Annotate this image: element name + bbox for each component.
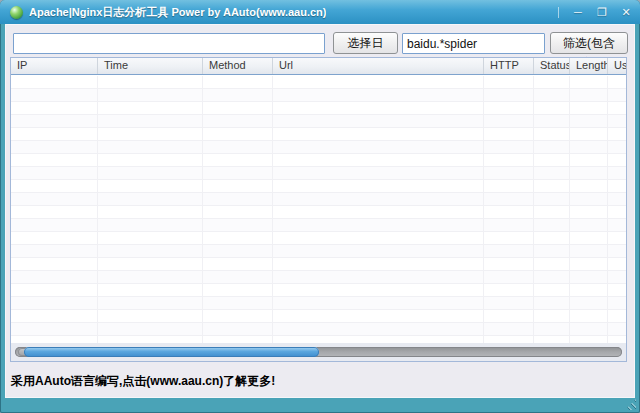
resize-grip-icon[interactable] [625, 399, 636, 410]
column-header-user[interactable]: User [608, 58, 626, 74]
column-header-status[interactable]: Status [534, 58, 570, 74]
close-icon[interactable]: ✕ [619, 0, 633, 24]
grid-column-line [202, 76, 203, 343]
column-header-method[interactable]: Method [203, 58, 273, 74]
maximize-icon[interactable]: ❐ [595, 0, 609, 24]
scrollbar-thumb[interactable] [24, 347, 319, 357]
grid-column-line [607, 76, 608, 343]
grid-column-line [533, 76, 534, 343]
horizontal-scrollbar[interactable] [11, 343, 626, 361]
table-body[interactable] [11, 76, 626, 343]
controls-separator [558, 7, 559, 18]
column-header-http[interactable]: HTTP [484, 58, 534, 74]
filter-button[interactable]: 筛选(包含指定词) [550, 32, 628, 54]
log-file-path-input[interactable] [13, 33, 325, 54]
app-window: Apache|Nginx日志分析工具 Power by AAuto(www.aa… [0, 0, 640, 413]
client-area: 选择日志文件 筛选(包含指定词) IPTimeMethodUrlHTTPStat… [5, 24, 635, 398]
footer-status-text[interactable]: 采用AAuto语言编写,点击(www.aau.cn)了解更多! [11, 373, 275, 390]
app-icon [10, 6, 23, 19]
column-header-length[interactable]: Length [570, 58, 608, 74]
table-header-row: IPTimeMethodUrlHTTPStatusLengthUser [11, 58, 626, 75]
column-header-url[interactable]: Url [273, 58, 484, 74]
log-table: IPTimeMethodUrlHTTPStatusLengthUser [10, 57, 627, 362]
grid-column-line [272, 76, 273, 343]
titlebar[interactable]: Apache|Nginx日志分析工具 Power by AAuto(www.aa… [0, 0, 640, 24]
column-header-time[interactable]: Time [98, 58, 203, 74]
grid-column-line [569, 76, 570, 343]
minimize-icon[interactable]: ─ [571, 0, 585, 24]
grid-column-line [97, 76, 98, 343]
grid-column-line [483, 76, 484, 343]
scrollbar-track[interactable] [15, 347, 622, 357]
keyword-filter-input[interactable] [402, 33, 545, 54]
select-log-file-button[interactable]: 选择日志文件 [333, 32, 398, 54]
window-controls: ─ ❐ ✕ [558, 0, 633, 24]
window-title: Apache|Nginx日志分析工具 Power by AAuto(www.aa… [29, 5, 326, 20]
column-header-ip[interactable]: IP [11, 58, 98, 74]
